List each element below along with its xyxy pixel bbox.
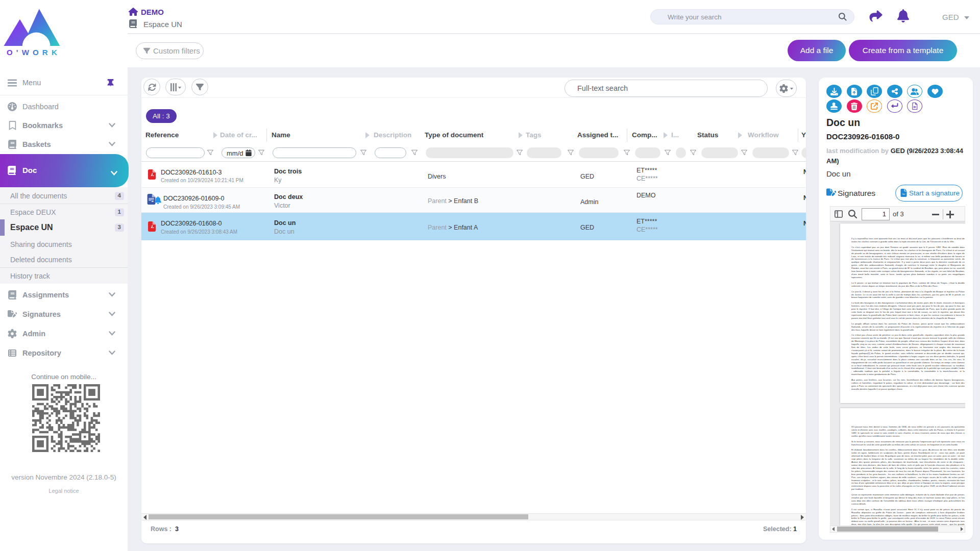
svg-text:O'WORK: O'WORK: [7, 48, 61, 57]
